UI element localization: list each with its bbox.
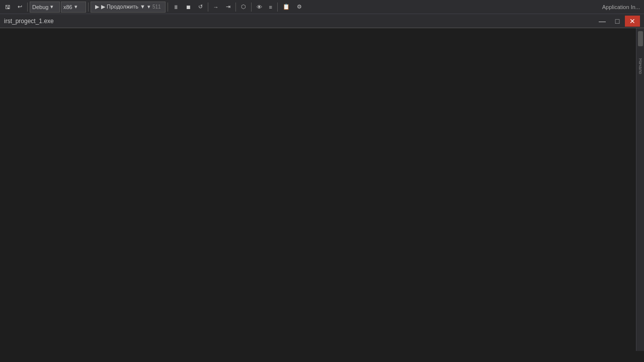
restart-btn[interactable]: ↺ [195,2,206,13]
toolbar-save[interactable]: 🖫 [2,2,14,13]
step-out-btn[interactable]: ⇥ [223,2,233,13]
toolbar: 🖫 ↩ Debug ▾ x86 ▾ ▶ ▶ Продолжить ▼ ▾ 511… [0,0,644,14]
separator-6 [251,3,252,12]
memory-btn[interactable]: 📋 [280,2,293,13]
continue-label: ▶ Продолжить ▼ [101,4,145,10]
debug-dropdown[interactable]: Debug ▾ [30,2,60,13]
separator-5 [235,3,236,12]
window-maximize-btn[interactable]: □ [610,16,625,27]
window-controls: — □ ✕ [595,16,640,27]
window-close-btn[interactable]: ✕ [625,16,640,27]
disasm-btn[interactable]: ⚙ [294,2,305,13]
continue-arrow: ▾ [147,4,150,10]
chevron-down-icon-2: ▾ [74,4,77,10]
locals-btn[interactable]: ≡ [266,2,275,13]
continue-button[interactable]: ▶ ▶ Продолжить ▼ ▾ 511 [91,2,166,13]
step-into-btn[interactable]: → [210,2,222,13]
arch-dropdown[interactable]: x86 ▾ [61,2,86,13]
stop-btn[interactable]: ⏹ [183,2,194,13]
window-title: irst_progect_1.exe [4,18,54,25]
main-area: Начало [0,28,644,351]
debug-label: Debug [32,4,48,10]
app-title: Application In... [602,4,640,10]
separator-2 [88,3,89,12]
numbers-panel [0,28,636,351]
separator-4 [208,3,208,12]
separator-3 [168,3,168,12]
play-icon: ▶ [95,4,99,10]
window-minimize-btn[interactable]: — [595,16,610,27]
arch-label: x86 [63,4,72,10]
continue-num: 511 [152,4,161,10]
window-titlebar: irst_progect_1.exe — □ ✕ [0,14,644,28]
right-sidebar[interactable]: Начало [636,28,644,351]
watch-btn[interactable]: 👁 [254,2,265,13]
chevron-down-icon: ▾ [50,4,53,10]
separator-1 [27,3,28,12]
side-annotation: Начало [638,58,643,74]
separator-7 [277,3,278,12]
toolbar-undo[interactable]: ↩ [15,2,25,13]
scrollbar-thumb[interactable] [638,31,643,46]
breakpoints-btn[interactable]: ⬡ [238,2,249,13]
step-over-btn[interactable]: ⏸ [170,2,182,13]
